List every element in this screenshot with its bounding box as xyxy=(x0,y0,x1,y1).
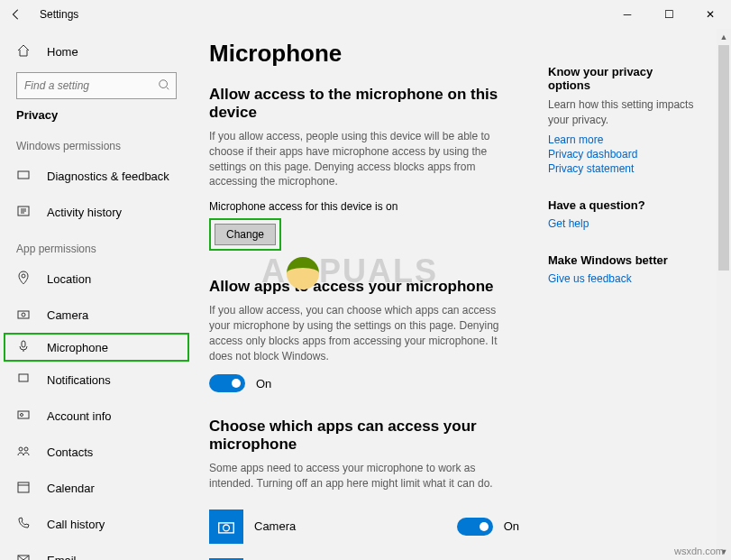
app-toggle-state: On xyxy=(504,519,519,533)
svg-rect-12 xyxy=(18,482,29,492)
back-button[interactable] xyxy=(9,7,23,22)
camera-icon xyxy=(16,307,31,324)
sidebar-item-label: Diagnostics & feedback xyxy=(47,170,169,183)
sidebar-item-label: Contacts xyxy=(47,445,93,459)
camera-app-icon xyxy=(209,510,243,544)
app-name-label: Camera xyxy=(254,519,457,533)
know-privacy-desc: Learn how this setting impacts your priv… xyxy=(548,97,696,128)
sidebar-item-label: Microphone xyxy=(47,341,108,354)
right-panel: Know your privacy options Learn how this… xyxy=(525,40,696,560)
window-controls: ─ ☐ ✕ xyxy=(607,0,731,29)
section-1-heading: Allow access to the microphone on this d… xyxy=(209,86,519,122)
sidebar-item-location[interactable]: Location xyxy=(4,261,189,297)
sidebar-group-windows-permissions: Windows permissions xyxy=(4,140,189,152)
calendar-icon xyxy=(16,480,31,497)
contacts-icon xyxy=(16,444,31,461)
diagnostics-feedback-icon xyxy=(16,168,31,185)
window-title: Settings xyxy=(40,8,78,21)
svg-rect-6 xyxy=(22,341,25,347)
section-2-desc: If you allow access, you can choose whic… xyxy=(209,303,519,363)
notifications-icon xyxy=(16,372,31,389)
source-watermark-wsxdn: wsxdn.com xyxy=(674,546,724,556)
sidebar-item-microphone[interactable]: Microphone xyxy=(4,333,189,362)
link-learn-more[interactable]: Learn more xyxy=(548,133,696,146)
app-toggle-camera[interactable] xyxy=(457,518,493,536)
svg-rect-4 xyxy=(18,311,29,318)
mic-access-status: Microphone access for this device is on xyxy=(209,200,519,213)
search-input[interactable] xyxy=(16,72,177,99)
svg-rect-7 xyxy=(19,374,28,381)
sidebar-item-camera[interactable]: Camera xyxy=(4,297,189,333)
link-get-help[interactable]: Get help xyxy=(548,217,696,230)
page-title: Microphone xyxy=(209,40,519,68)
change-button-highlight: Change xyxy=(209,218,281,251)
know-privacy-heading: Know your privacy options xyxy=(548,65,696,92)
apps-access-toggle-label: On xyxy=(256,377,271,390)
sidebar-item-label: Location xyxy=(47,272,91,286)
app-row-cortana: CortanaOff xyxy=(209,551,519,560)
svg-point-9 xyxy=(21,413,23,416)
svg-point-10 xyxy=(19,447,23,451)
sidebar-item-notifications[interactable]: Notifications xyxy=(4,362,189,398)
sidebar-group-app-permissions: App permissions xyxy=(4,243,189,255)
maximize-button[interactable]: ☐ xyxy=(648,0,690,29)
sidebar-home[interactable]: Home xyxy=(4,34,189,69)
call-history-icon xyxy=(16,516,31,533)
sidebar-item-account-info[interactable]: Account info xyxy=(4,398,189,434)
microphone-icon xyxy=(16,339,31,356)
close-button[interactable]: ✕ xyxy=(690,0,731,29)
sidebar-item-calendar[interactable]: Calendar xyxy=(4,470,189,506)
sidebar: Home Privacy Windows permissions Diagnos… xyxy=(0,29,193,560)
home-icon xyxy=(16,43,31,60)
have-question-heading: Have a question? xyxy=(548,198,696,212)
sidebar-current-page: Privacy xyxy=(4,108,189,122)
search-icon xyxy=(158,78,170,95)
change-button[interactable]: Change xyxy=(215,224,276,245)
sidebar-item-contacts[interactable]: Contacts xyxy=(4,434,189,470)
link-give-feedback[interactable]: Give us feedback xyxy=(548,272,696,285)
svg-point-11 xyxy=(24,447,28,451)
account-info-icon xyxy=(16,408,31,425)
sidebar-item-activity-history[interactable]: Activity history xyxy=(4,194,189,230)
sidebar-item-email[interactable]: Email xyxy=(4,542,189,560)
app-row-camera: CameraOn xyxy=(209,502,519,551)
section-3-heading: Choose which apps can access your microp… xyxy=(209,418,519,454)
link-privacy-dashboard[interactable]: Privacy dashboard xyxy=(548,148,696,161)
sidebar-item-label: Notifications xyxy=(47,373,111,387)
email-icon xyxy=(16,552,31,561)
sidebar-item-label: Email xyxy=(47,554,77,561)
scrollbar[interactable]: ▲ ▼ xyxy=(717,29,731,560)
sidebar-item-call-history[interactable]: Call history xyxy=(4,506,189,542)
svg-point-5 xyxy=(22,313,25,317)
sidebar-item-label: Camera xyxy=(47,308,88,322)
sidebar-item-label: Call history xyxy=(47,518,105,531)
section-2-heading: Allow apps to access your microphone xyxy=(209,278,519,296)
section-3-desc: Some apps need to access your microphone… xyxy=(209,461,519,491)
svg-point-0 xyxy=(160,80,168,88)
minimize-button[interactable]: ─ xyxy=(607,0,648,29)
apps-access-toggle[interactable] xyxy=(209,374,245,392)
scroll-up-arrow[interactable]: ▲ xyxy=(717,29,731,45)
sidebar-item-label: Account info xyxy=(47,409,112,423)
activity-history-icon xyxy=(16,204,31,221)
sidebar-item-label: Activity history xyxy=(47,206,122,219)
sidebar-item-diagnostics-feedback[interactable]: Diagnostics & feedback xyxy=(4,158,189,194)
link-privacy-statement[interactable]: Privacy statement xyxy=(548,162,696,175)
main-content: Microphone Allow access to the microphon… xyxy=(209,40,525,560)
titlebar: Settings ─ ☐ ✕ xyxy=(0,0,731,29)
scroll-thumb[interactable] xyxy=(718,45,729,271)
sidebar-item-label: Calendar xyxy=(47,482,95,495)
svg-rect-1 xyxy=(18,171,29,179)
svg-point-3 xyxy=(22,274,25,278)
section-1-desc: If you allow access, people using this d… xyxy=(209,129,519,189)
sidebar-home-label: Home xyxy=(47,45,78,59)
svg-point-16 xyxy=(224,525,230,531)
make-windows-better-heading: Make Windows better xyxy=(548,253,696,267)
location-icon xyxy=(16,271,31,288)
